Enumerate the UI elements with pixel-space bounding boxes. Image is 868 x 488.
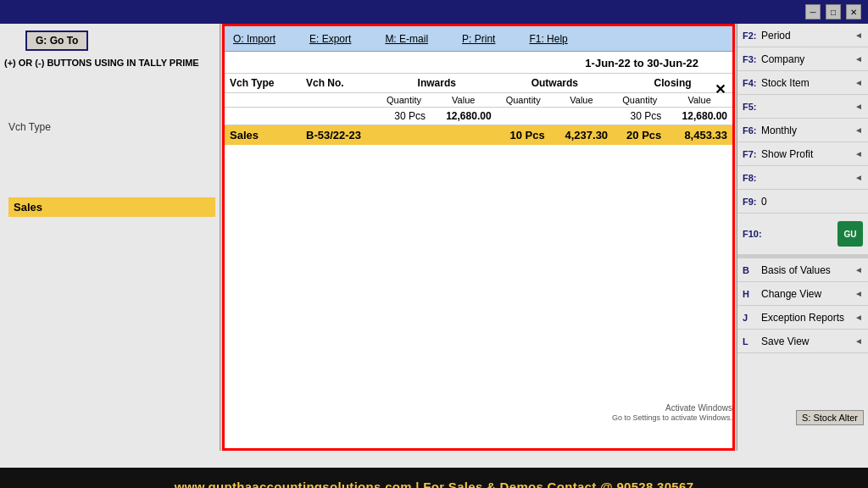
stock-item-arrow: ◄ xyxy=(854,78,863,87)
right-panel: F2: Period ◄ F3: Company ◄ F4: Stock Ite… xyxy=(737,24,868,451)
save-view-label: Save View xyxy=(761,336,854,347)
sub-header-row: Quantity Value Quantity Value Quantity V… xyxy=(225,93,732,108)
import-menu[interactable]: O: Import xyxy=(233,33,275,45)
closing-qty-header: Quantity xyxy=(613,93,666,108)
maximize-button[interactable]: □ xyxy=(826,4,841,19)
vch-type-label: Vch Type xyxy=(8,121,51,133)
stock-item-label: Stock Item xyxy=(761,77,854,89)
activate-windows-text: Activate Windows Go to Settings to activ… xyxy=(612,403,732,422)
row-inwards-qty xyxy=(377,125,431,146)
inwards-val-header: Value xyxy=(431,93,497,108)
exception-reports-arrow: ◄ xyxy=(854,313,863,322)
goto-button[interactable]: G: Go To xyxy=(25,30,88,51)
inwards-qty-header: Quantity xyxy=(377,93,431,108)
f6-label: F6: xyxy=(743,125,758,136)
f7-label: F7: xyxy=(743,149,758,159)
save-view-arrow: ◄ xyxy=(854,336,863,346)
row-outwards-qty: 10 Pcs xyxy=(497,125,550,146)
help-menu[interactable]: F1: Help xyxy=(529,33,567,45)
right-item-f8[interactable]: F8: ◄ xyxy=(737,166,868,190)
print-menu[interactable]: P: Print xyxy=(462,33,495,45)
outwards-qty-header: Quantity xyxy=(497,93,550,108)
right-item-stock-item[interactable]: F4: Stock Item ◄ xyxy=(737,71,868,95)
right-item-company[interactable]: F3: Company ◄ xyxy=(737,47,868,71)
col-inwards: Inwards xyxy=(377,74,497,93)
period-arrow: ◄ xyxy=(854,30,863,40)
f4-label: F4: xyxy=(743,78,758,88)
row-closing-val: 8,453.33 xyxy=(666,125,732,146)
minimize-button[interactable]: ─ xyxy=(805,4,821,19)
change-view-arrow: ◄ xyxy=(854,289,863,298)
f5-arrow: ◄ xyxy=(854,102,863,111)
period-label: Period xyxy=(761,30,854,42)
totals-closing-qty: 30 Pcs xyxy=(613,108,666,125)
col-outwards: Outwards xyxy=(497,74,614,93)
totals-inwards-val: 12,680.00 xyxy=(431,108,497,125)
basis-values-label: Basis of Values xyxy=(761,264,854,276)
totals-inwards-qty: 30 Pcs xyxy=(377,108,431,125)
stock-alter-button[interactable]: S: Stock Alter xyxy=(796,410,864,425)
monthly-label: Monthly xyxy=(761,125,854,136)
left-heading: (+) OR (-) BUTTONS USING IN TALLY PRIME xyxy=(4,58,199,68)
show-profit-label: Show Profit xyxy=(761,148,854,160)
row-closing-qty: 20 Pcs xyxy=(613,125,666,146)
footer: www.gupthaaccountingsolutions.com | For … xyxy=(0,468,868,488)
table-row: Sales B-53/22-23 10 Pcs 4,237.30 20 Pcs … xyxy=(225,125,732,146)
row-inwards-val xyxy=(431,125,497,146)
b-label: B xyxy=(743,265,758,275)
right-item-basis-values[interactable]: B Basis of Values ◄ xyxy=(737,258,868,282)
close-window-button[interactable]: ✕ xyxy=(846,4,861,19)
main-container: G: Go To (+) OR (-) BUTTONS USING IN TAL… xyxy=(0,24,868,451)
row-outwards-val: 4,237.30 xyxy=(550,125,613,146)
exception-reports-label: Exception Reports xyxy=(761,312,854,324)
title-bar-controls[interactable]: ─ □ ✕ xyxy=(805,4,861,19)
export-menu[interactable]: E: Export xyxy=(309,33,351,45)
right-item-save-view[interactable]: L Save View ◄ xyxy=(737,330,868,353)
show-profit-arrow: ◄ xyxy=(854,149,863,158)
f5-label: F5: xyxy=(743,102,758,112)
f9-label: F9: xyxy=(743,197,758,207)
f8-arrow: ◄ xyxy=(854,173,863,182)
h-label: H xyxy=(743,289,758,299)
right-item-exception-reports[interactable]: J Exception Reports ◄ xyxy=(737,306,868,330)
left-panel: G: Go To (+) OR (-) BUTTONS USING IN TAL… xyxy=(0,24,220,451)
close-button[interactable]: ✕ xyxy=(715,81,726,97)
gupta-logo: GU xyxy=(837,221,863,247)
f9-text: 0 xyxy=(761,196,863,208)
sales-row-left-label: Sales xyxy=(8,197,215,217)
table-area: Vch Type Vch No. Inwards Outwards Closin… xyxy=(225,74,732,145)
basis-values-arrow: ◄ xyxy=(854,265,863,274)
right-item-f9[interactable]: F9: 0 xyxy=(737,190,868,214)
email-menu[interactable]: M: E-mail xyxy=(385,33,428,45)
f3-label: F3: xyxy=(743,54,758,64)
right-item-period[interactable]: F2: Period ◄ xyxy=(737,24,868,47)
right-item-change-view[interactable]: H Change View ◄ xyxy=(737,282,868,306)
totals-outwards-qty xyxy=(497,108,550,125)
row-vch-no: B-53/22-23 xyxy=(301,125,377,146)
totals-closing-val: 12,680.00 xyxy=(666,108,732,125)
title-bar: ─ □ ✕ xyxy=(0,0,868,24)
f10-label: F10: xyxy=(743,229,762,239)
outwards-val-header: Value xyxy=(550,93,613,108)
right-item-f10[interactable]: F10: GU xyxy=(737,214,868,255)
l-label: L xyxy=(743,336,758,347)
center-panel: O: Import E: Export M: E-mail P: Print F… xyxy=(222,24,735,451)
company-arrow: ◄ xyxy=(854,54,863,64)
date-range: 1-Jun-22 to 30-Jun-22 xyxy=(225,52,732,74)
f2-label: F2: xyxy=(743,30,758,41)
menu-bar: O: Import E: Export M: E-mail P: Print F… xyxy=(225,26,732,52)
col-vch-no: Vch No. xyxy=(301,74,377,93)
row-vch-type: Sales xyxy=(225,125,301,146)
totals-row: 30 Pcs 12,680.00 30 Pcs 12,680.00 xyxy=(225,108,732,125)
right-item-monthly[interactable]: F6: Monthly ◄ xyxy=(737,119,868,142)
j-label: J xyxy=(743,313,758,323)
totals-outwards-val xyxy=(550,108,613,125)
f8-label: F8: xyxy=(743,173,758,183)
right-item-f5[interactable]: F5: ◄ xyxy=(737,95,868,119)
col-vch-type: Vch Type xyxy=(225,74,301,93)
right-item-show-profit[interactable]: F7: Show Profit ◄ xyxy=(737,142,868,166)
table-header-row: Vch Type Vch No. Inwards Outwards Closin… xyxy=(225,74,732,93)
change-view-label: Change View xyxy=(761,288,854,300)
footer-text: www.gupthaaccountingsolutions.com | For … xyxy=(175,480,694,489)
company-label: Company xyxy=(761,53,854,65)
